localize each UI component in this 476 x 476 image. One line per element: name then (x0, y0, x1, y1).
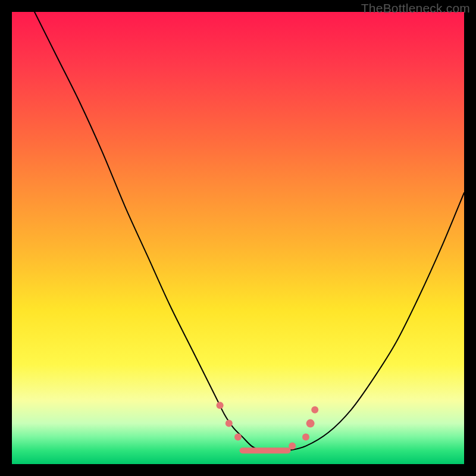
curve-marker (289, 443, 296, 450)
curve-marker (226, 420, 233, 427)
plot-area (12, 12, 464, 464)
curve-marker (302, 433, 309, 440)
curve-marker (311, 406, 318, 414)
marker-group (217, 402, 319, 449)
bottleneck-curve (35, 12, 464, 451)
curve-marker (217, 402, 224, 409)
chart-frame: TheBottleneck.com (0, 0, 476, 476)
watermark-text: TheBottleneck.com (361, 1, 470, 15)
curve-svg (12, 12, 464, 464)
curve-marker (234, 433, 242, 440)
curve-marker (306, 419, 315, 428)
